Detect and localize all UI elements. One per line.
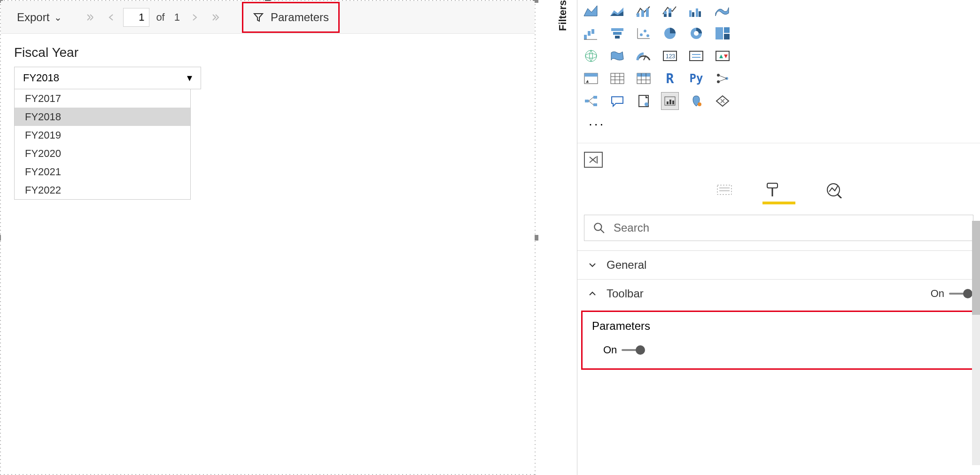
- svg-rect-26: [716, 27, 723, 39]
- toolbar-toggle[interactable]: On: [931, 288, 970, 300]
- filled-map-icon[interactable]: [608, 47, 626, 65]
- report-toolbar: Export ⌄ of 1 Param: [1, 1, 535, 34]
- parameters-button-label: Parameters: [271, 11, 329, 24]
- donut-icon[interactable]: [687, 24, 705, 42]
- svg-line-59: [589, 101, 593, 105]
- qa-icon[interactable]: [608, 92, 626, 110]
- svg-line-58: [589, 97, 593, 101]
- funnel-icon: [253, 12, 264, 23]
- scrollbar-thumb[interactable]: [972, 221, 980, 315]
- svg-rect-34: [690, 51, 703, 61]
- svg-point-67: [698, 102, 701, 106]
- parameters-toggle[interactable]: On: [603, 344, 642, 356]
- arcgis-icon[interactable]: [687, 92, 705, 110]
- line-clustered-icon[interactable]: [687, 2, 705, 20]
- svg-rect-16: [613, 32, 622, 35]
- format-search[interactable]: Search: [584, 215, 973, 241]
- parameters-button[interactable]: Parameters: [242, 2, 340, 33]
- chevron-up-icon: [588, 289, 598, 298]
- svg-rect-9: [696, 8, 698, 17]
- svg-rect-65: [669, 100, 671, 104]
- powerapps-icon[interactable]: [661, 92, 679, 110]
- format-pane-scrollbar[interactable]: [972, 221, 980, 465]
- decomposition-icon[interactable]: [582, 92, 600, 110]
- custom-visual-icon[interactable]: [714, 92, 731, 110]
- svg-rect-64: [667, 101, 669, 104]
- dropdown-selected: FY2018: [23, 72, 59, 84]
- svg-rect-27: [724, 27, 730, 33]
- svg-rect-46: [637, 73, 650, 77]
- slicer-icon[interactable]: [582, 70, 600, 87]
- last-page-button[interactable]: [207, 9, 224, 26]
- parameters-card-highlight: Parameters On: [581, 311, 973, 370]
- line-chart-icon[interactable]: [635, 2, 653, 20]
- dropdown-option[interactable]: FY2017: [15, 89, 190, 108]
- kpi-icon[interactable]: [714, 47, 731, 65]
- map-icon[interactable]: [582, 47, 600, 65]
- line-stacked-icon[interactable]: [661, 2, 679, 20]
- export-button[interactable]: Export ⌄: [12, 8, 67, 27]
- active-tab-indicator: [762, 202, 795, 204]
- dropdown-option[interactable]: FY2019: [15, 126, 190, 144]
- stacked-area-icon[interactable]: [608, 2, 626, 20]
- ribbon-icon[interactable]: [714, 2, 731, 20]
- svg-point-22: [646, 34, 649, 37]
- toolbar-toggle-state: On: [931, 288, 944, 300]
- analytics-tab[interactable]: [824, 180, 843, 200]
- format-tab[interactable]: [762, 180, 782, 200]
- dropdown-option[interactable]: FY2022: [15, 181, 190, 199]
- table-icon[interactable]: [608, 70, 626, 87]
- svg-point-62: [645, 102, 648, 106]
- svg-line-77: [838, 195, 841, 198]
- waterfall-icon[interactable]: [582, 24, 600, 42]
- scatter-icon[interactable]: [635, 24, 653, 42]
- svg-rect-66: [672, 101, 674, 104]
- pie-icon[interactable]: [661, 24, 679, 42]
- gauge-icon[interactable]: [635, 47, 653, 65]
- svg-rect-12: [588, 31, 591, 36]
- dropdown-option[interactable]: FY2020: [15, 144, 190, 163]
- search-placeholder: Search: [614, 221, 649, 234]
- svg-rect-56: [593, 96, 597, 99]
- funnel-icon[interactable]: [608, 24, 626, 42]
- svg-rect-4: [664, 14, 667, 17]
- page-of-label: of: [156, 11, 164, 23]
- visualizations-pane: 123 R Py ···: [577, 0, 980, 475]
- filters-pane-tab[interactable]: Filters: [553, 0, 572, 56]
- matrix-icon[interactable]: [635, 70, 653, 87]
- svg-rect-40: [611, 73, 624, 84]
- toolbar-card-label: Toolbar: [607, 287, 644, 300]
- key-influencers-icon[interactable]: [714, 70, 731, 87]
- prev-page-button[interactable]: [102, 9, 119, 26]
- svg-rect-74: [767, 183, 778, 188]
- multi-card-icon[interactable]: [687, 47, 705, 65]
- parameters-toggle-state: On: [603, 344, 617, 356]
- svg-rect-1: [641, 10, 644, 17]
- svg-rect-7: [689, 10, 692, 17]
- fields-tab[interactable]: [715, 180, 734, 200]
- general-card[interactable]: General: [577, 250, 980, 279]
- dropdown-option[interactable]: FY2021: [15, 163, 190, 181]
- r-visual-icon[interactable]: R: [661, 70, 679, 87]
- values-field-well[interactable]: [584, 152, 603, 168]
- card-icon[interactable]: 123: [661, 47, 679, 65]
- first-page-button[interactable]: [82, 9, 99, 26]
- report-canvas[interactable]: Export ⌄ of 1 Param: [0, 0, 536, 475]
- py-visual-icon[interactable]: Py: [687, 70, 705, 87]
- dropdown-option[interactable]: FY2018: [15, 108, 190, 126]
- page-number-input[interactable]: [123, 8, 149, 27]
- paginated-icon[interactable]: [635, 92, 653, 110]
- next-page-button[interactable]: [187, 9, 203, 26]
- svg-rect-17: [615, 36, 620, 39]
- svg-line-54: [718, 78, 727, 82]
- svg-point-29: [585, 50, 597, 62]
- svg-point-25: [694, 31, 699, 36]
- fiscal-year-dropdown[interactable]: FY2018 ▾: [14, 67, 201, 89]
- more-visuals-button[interactable]: ···: [582, 115, 975, 133]
- visualizations-gallery: 123 R Py ···: [577, 0, 980, 138]
- toolbar-card[interactable]: Toolbar On: [577, 279, 980, 308]
- area-chart-icon[interactable]: [582, 2, 600, 20]
- treemap-icon[interactable]: [714, 24, 731, 42]
- svg-text:123: 123: [666, 53, 675, 60]
- search-icon: [593, 222, 605, 234]
